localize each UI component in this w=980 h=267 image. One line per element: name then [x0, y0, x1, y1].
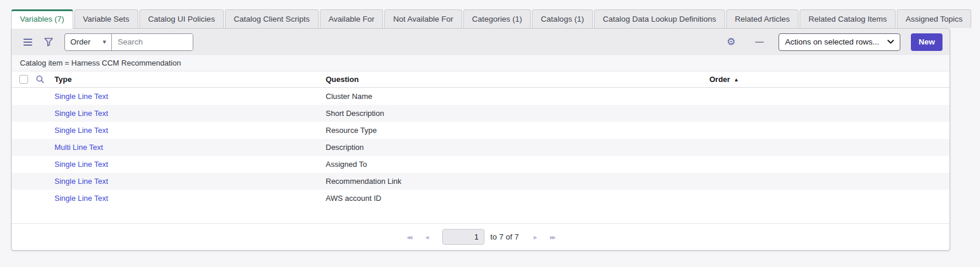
column-header-type[interactable]: Type — [54, 75, 326, 84]
row-question: Short Description — [326, 109, 709, 118]
search-column-select[interactable]: Order ▾ — [65, 34, 112, 50]
tab-catalog-data-lookup-definitions[interactable]: Catalog Data Lookup Definitions — [594, 9, 725, 28]
minimize-list-button[interactable] — [750, 33, 768, 51]
row-question: Assigned To — [326, 160, 709, 169]
first-page-button[interactable]: ◂◂ — [402, 231, 415, 243]
variables-list-panel-body: Order ▾ ⚙ Actions on selected rows... — [11, 28, 950, 251]
row-type-link[interactable]: Single Line Text — [54, 194, 326, 203]
caret-down-icon: ▾ — [103, 38, 106, 46]
table-row: Multi Line Text Description — [12, 139, 950, 156]
column-header-question[interactable]: Question — [326, 75, 709, 84]
sort-ascending-icon: ▲ — [733, 77, 739, 83]
last-page-button[interactable]: ▸▸ — [546, 231, 559, 243]
table-row: Single Line Text Resource Type — [12, 122, 950, 139]
table-row: Single Line Text Cluster Name — [12, 88, 950, 105]
list-search-group: Order ▾ — [64, 33, 193, 51]
related-list-panel: Variables (7) Variable Sets Catalog UI P… — [11, 8, 950, 251]
page-input[interactable] — [442, 229, 484, 245]
tab-catalog-client-scripts[interactable]: Catalog Client Scripts — [225, 9, 319, 28]
column-header-order[interactable]: Order ▲ — [709, 75, 950, 84]
table-header-row: Type Question Order ▲ — [12, 71, 950, 88]
column-header-order-label: Order — [709, 75, 730, 84]
tab-catalog-ui-policies[interactable]: Catalog UI Policies — [139, 9, 224, 28]
row-type-link[interactable]: Single Line Text — [54, 126, 326, 135]
previous-page-button[interactable]: ◂ — [421, 231, 432, 243]
table-row: Single Line Text Assigned To — [12, 156, 950, 173]
tab-available-for[interactable]: Available For — [320, 9, 384, 28]
actions-on-selected-rows-select[interactable]: Actions on selected rows... — [778, 33, 900, 51]
row-question: Description — [326, 143, 709, 152]
tab-bar: Variables (7) Variable Sets Catalog UI P… — [11, 8, 950, 28]
table-row: Single Line Text AWS account ID — [12, 190, 950, 207]
tab-related-catalog-items[interactable]: Related Catalog Items — [800, 9, 896, 28]
new-button[interactable]: New — [911, 33, 943, 51]
tab-categories[interactable]: Categories (1) — [463, 9, 531, 28]
table-row: Single Line Text Short Description — [12, 105, 950, 122]
list-menu-icon — [23, 39, 32, 46]
filter-breadcrumb-link[interactable]: Catalog item = Harness CCM Recommendatio… — [20, 59, 181, 67]
search-column-value: Order — [70, 37, 91, 46]
row-question: Cluster Name — [326, 92, 709, 101]
gear-icon: ⚙ — [727, 37, 736, 47]
row-type-link[interactable]: Single Line Text — [54, 109, 326, 118]
toolbar-right-group: ⚙ Actions on selected rows... New — [722, 33, 943, 51]
row-type-link[interactable]: Single Line Text — [54, 92, 326, 101]
row-question: Resource Type — [326, 126, 709, 135]
filter-button[interactable] — [40, 33, 57, 51]
tab-variables[interactable]: Variables (7) — [11, 9, 73, 29]
tab-catalogs[interactable]: Catalogs (1) — [532, 9, 593, 28]
column-search-icon[interactable] — [36, 75, 45, 84]
list-toolbar: Order ▾ ⚙ Actions on selected rows... — [12, 29, 950, 55]
select-all-checkbox[interactable] — [19, 75, 28, 84]
row-type-link[interactable]: Single Line Text — [54, 177, 326, 186]
row-question: AWS account ID — [326, 194, 709, 203]
tab-not-available-for[interactable]: Not Available For — [384, 9, 462, 28]
row-type-link[interactable]: Single Line Text — [54, 160, 326, 169]
row-question: Recommendation Link — [326, 177, 709, 186]
table-row: Single Line Text Recommendation Link — [12, 173, 950, 190]
row-type-link[interactable]: Multi Line Text — [54, 143, 326, 152]
header-controls-cell — [12, 75, 54, 84]
pagination-bar: ◂◂ ◂ to 7 of 7 ▸ ▸▸ — [12, 223, 950, 250]
pagination-range-label: to 7 of 7 — [490, 232, 519, 241]
actions-select-value: Actions on selected rows... — [785, 37, 879, 46]
minus-icon — [755, 42, 764, 43]
funnel-icon — [44, 37, 53, 46]
tab-related-articles[interactable]: Related Articles — [726, 9, 799, 28]
personalize-list-button[interactable]: ⚙ — [722, 33, 740, 51]
chevron-down-icon — [887, 40, 894, 44]
search-input[interactable] — [112, 34, 193, 50]
next-page-button[interactable]: ▸ — [530, 231, 540, 243]
tab-variable-sets[interactable]: Variable Sets — [74, 9, 138, 28]
table-body: Single Line Text Cluster Name Single Lin… — [12, 88, 950, 207]
tab-assigned-topics[interactable]: Assigned Topics — [897, 9, 971, 28]
list-context-menu-button[interactable] — [19, 33, 36, 51]
breadcrumb: Catalog item = Harness CCM Recommendatio… — [12, 55, 950, 71]
